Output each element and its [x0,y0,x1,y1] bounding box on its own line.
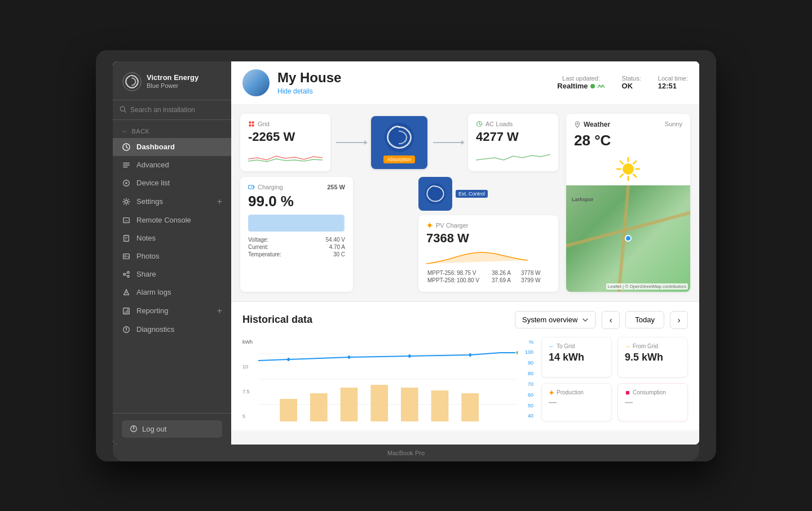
svg-rect-60 [370,385,388,421]
sidebar-item-photos[interactable]: Photos [113,247,231,265]
device-list-icon [122,179,131,188]
sidebar-item-label-photos: Photos [136,252,159,260]
sidebar-item-device-list[interactable]: Device list [113,174,231,192]
logout-button[interactable]: Log out [122,420,222,438]
sidebar-nav: ← BACK Dashboard Advanced [113,120,231,413]
y-label-5: 5 [242,414,258,419]
back-chevron-icon: ← [122,128,129,135]
from-grid-label: → From Grid [625,343,681,349]
battery-charging-icon [248,184,255,190]
status-value: OK [622,82,641,90]
mppt-258-voltage: 100.80 V [457,277,491,283]
weather-status: Sunny [665,121,682,127]
battery-title: Charging [248,184,283,190]
ac-loads-label: AC Loads [486,121,513,127]
settings-plus-icon[interactable]: + [217,197,222,207]
pv-mini-chart [426,248,550,265]
temperature-label: Temperature: [248,251,281,257]
sidebar-item-share[interactable]: Share [113,265,231,283]
ext-control-badge: Ext. Control [456,190,488,198]
back-label: BACK [132,128,150,135]
y-right-40: 40 [518,413,533,419]
next-period-button[interactable]: › [670,311,688,329]
production-label: Production [549,389,604,396]
svg-rect-37 [254,186,255,188]
grid-label: Grid [258,121,270,127]
search-icon [120,106,127,113]
battery-title-text: Charging [258,184,283,190]
house-image [242,69,270,96]
svg-point-44 [577,123,579,125]
status-label: Status: [622,75,641,82]
svg-rect-57 [280,399,297,421]
battery-bar-background [248,215,345,232]
nav-back[interactable]: ← BACK [113,125,231,138]
pv-charger-icon [426,222,433,229]
svg-rect-32 [249,124,251,126]
chart-svg-container [258,337,518,421]
pv-inverter-logo [424,183,447,205]
reporting-plus-icon[interactable]: + [217,306,222,316]
house-name: My House [277,70,549,86]
laptop-bottom: MacBook Pro [113,445,699,461]
pv-charger-title: PV Charger [426,222,550,229]
sidebar-item-label-reporting: Reporting [136,306,168,315]
y-label-kwh: kWh [242,339,258,345]
mppt-258-power: 3799 W [521,277,549,283]
battery-bar-fill [248,215,344,232]
settings-icon [122,197,131,206]
flow-line-inverter-to-ac [433,142,462,143]
sidebar-item-advanced[interactable]: Advanced [113,156,231,174]
sidebar-item-label-settings: Settings [136,197,163,206]
system-overview-dropdown[interactable]: System overview [515,311,596,328]
weather-card: Weather Sunny 28 °C [566,114,690,292]
battery-header: Charging 255 W [248,184,345,190]
map-larkspur-label: Larkspur [572,197,594,202]
sidebar-item-reporting[interactable]: Reporting + [113,301,231,321]
to-grid-arrow-icon: ← [549,343,554,349]
sidebar-item-diagnostics[interactable]: Diagnostics [113,321,231,339]
grid-value: -2265 W [248,130,323,144]
ac-loads-card: AC Loads 4277 W [468,114,558,171]
hide-details-link[interactable]: Hide details [277,87,313,95]
mppt-256-current: 38.26 A [492,270,520,276]
sidebar-item-settings[interactable]: Settings + [113,192,231,211]
prev-period-button[interactable]: ‹ [602,311,620,329]
sidebar-item-dashboard[interactable]: Dashboard [113,138,231,156]
historical-section: Historical data System overview ‹ Today … [231,301,699,430]
weather-top: Weather Sunny [566,114,690,132]
svg-point-39 [428,224,431,227]
last-updated-label: Last updated: [557,75,604,82]
bottom-row: Charging 255 W 99.0 % Voltage: [240,177,558,292]
battery-temperature-row: Temperature: 30 C [248,251,345,258]
y-right-label-pct: % [518,339,533,345]
sidebar-search[interactable]: Search an installation [113,100,231,120]
production-sun-icon [549,390,554,396]
sidebar-item-label-notes: Notes [136,234,156,242]
map-location-dot [625,235,632,242]
svg-rect-58 [310,393,328,421]
sidebar-item-notes[interactable]: Notes [113,229,231,247]
voltage-label: Voltage: [248,237,268,243]
sidebar-item-alarm-logs[interactable]: Alarm logs [113,283,231,301]
location-pin-icon [574,121,581,128]
svg-line-51 [633,174,636,177]
grid-icon [248,121,255,127]
today-button[interactable]: Today [625,311,664,328]
weather-temperature: 28 °C [566,132,690,153]
map-area: Larkspur Leaflet | © OpenStreetMap contr… [566,185,690,292]
last-updated-value: Realtime [557,82,604,90]
photos-icon [122,252,131,261]
svg-rect-62 [431,390,449,421]
local-time-label: Local time: [658,75,688,82]
logout-icon [130,425,138,433]
svg-rect-9 [124,235,129,241]
house-avatar [242,69,270,96]
historical-header: Historical data System overview ‹ Today … [242,311,688,329]
ac-loads-value: 4277 W [476,130,550,144]
chart-y-right-labels: % 100 90 80 70 60 50 40 [518,337,533,421]
svg-rect-31 [252,121,254,123]
ac-loads-mini-chart [476,148,550,165]
sidebar-item-remote-console[interactable]: Remote Console [113,211,231,229]
battery-voltage-row: Voltage: 54.40 V [248,236,345,243]
